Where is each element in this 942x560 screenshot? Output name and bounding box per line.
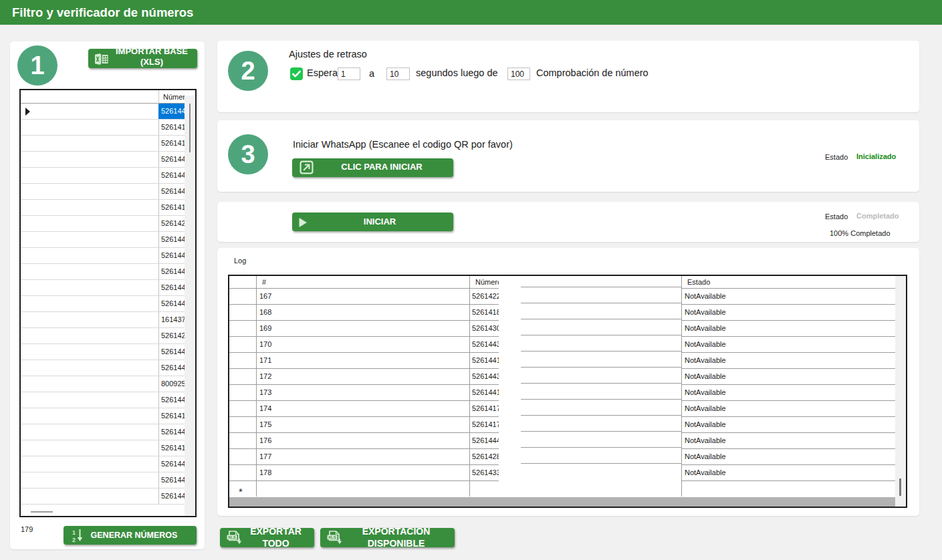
numbers-grid-row[interactable]: 526144: [21, 232, 185, 248]
export-available-button[interactable]: XLS EXPORTACIÓN DISPONIBLE: [320, 528, 455, 547]
numbers-grid-cell[interactable]: 526144: [158, 232, 185, 247]
wait-checkbox[interactable]: [290, 67, 303, 80]
log-vscrollbar-thumb[interactable]: [899, 478, 901, 496]
numbers-grid-vscrollbar-thumb[interactable]: [189, 104, 191, 152]
import-base-label: IMPORTAR BASE (XLS): [106, 46, 197, 67]
export-all-button[interactable]: XLS EXPORTAR TODO: [220, 528, 314, 547]
numbers-grid-row[interactable]: 526144: [21, 344, 185, 360]
numbers-grid-cell[interactable]: 526144: [158, 184, 185, 199]
clic-para-iniciar-button[interactable]: CLIC PARA INICIAR: [292, 158, 453, 177]
delay-from-input[interactable]: [338, 67, 360, 80]
redaction-line: [521, 287, 681, 287]
numbers-grid-row[interactable]: 526144: [21, 472, 185, 488]
log-cell-status: NotAvailable: [681, 465, 895, 481]
check-icon: [290, 67, 303, 80]
step2-number: 2: [241, 57, 255, 86]
numbers-grid-row[interactable]: 526144: [21, 184, 185, 200]
check-count-input[interactable]: [507, 67, 530, 80]
numbers-grid-row[interactable]: 526141: [21, 200, 185, 216]
import-base-button[interactable]: IMPORTAR BASE (XLS): [88, 49, 197, 68]
delay-settings-heading: Ajustes de retraso: [289, 49, 367, 59]
numbers-grid-row[interactable]: 526144: [21, 392, 185, 408]
numbers-grid-row[interactable]: 526141: [21, 440, 185, 456]
status4-label: Estado: [825, 213, 848, 221]
redaction-line: [521, 367, 681, 368]
numbers-grid-cell[interactable]: 526144: [158, 424, 185, 440]
log-cell-index: 170: [256, 337, 469, 353]
numbers-grid-cell[interactable]: 526141: [158, 408, 185, 424]
numbers-grid-cell[interactable]: 526144: [158, 472, 185, 488]
window-title: Filtro y verificador de números: [12, 5, 193, 20]
generate-numbers-button[interactable]: 12 GENERAR NÚMEROS: [64, 526, 197, 545]
numbers-grid-cell[interactable]: 526141: [158, 440, 185, 456]
numbers-grid-row[interactable]: 526142: [21, 328, 185, 344]
log-cell-index: 175: [256, 417, 469, 433]
numbers-grid-hscrollbar[interactable]: [21, 505, 185, 516]
log-cell-index: 171: [256, 353, 469, 369]
numbers-grid-row[interactable]: 526144: [21, 296, 185, 312]
log-table[interactable]: # Número Estado 1675261422NotAvailable16…: [228, 275, 907, 508]
numbers-grid-cell[interactable]: 526144: [158, 360, 185, 376]
numbers-grid-row[interactable]: 526142: [21, 216, 185, 232]
numbers-grid-cell[interactable]: 526144: [158, 392, 185, 408]
row-count-label: 179: [21, 525, 33, 533]
numbers-grid-cell[interactable]: 526144: [158, 456, 185, 472]
log-vscrollbar[interactable]: [895, 276, 906, 507]
numbers-grid-row[interactable]: 526141: [21, 408, 185, 424]
log-cell-status: NotAvailable: [681, 401, 895, 417]
numbers-grid-rowheader: [21, 184, 159, 199]
numbers-grid-vscrollbar[interactable]: [185, 96, 195, 517]
numbers-grid-row[interactable]: 526144: [21, 488, 185, 505]
numbers-grid-row[interactable]: 800925: [21, 376, 185, 392]
numbers-grid-row[interactable]: 526144: [21, 456, 185, 472]
step2-badge: 2: [228, 51, 268, 91]
numbers-grid-cell[interactable]: 526144: [158, 248, 185, 263]
numbers-grid-row[interactable]: 526144: [21, 248, 185, 264]
iniciar-label: INICIAR: [306, 217, 453, 227]
numbers-grid-row[interactable]: 526144: [21, 104, 185, 120]
numbers-grid-cell[interactable]: 526144: [158, 264, 185, 279]
numbers-grid-row[interactable]: 526141: [21, 120, 185, 136]
log-cell-status: NotAvailable: [681, 289, 895, 305]
log-cell-index: 168: [256, 305, 469, 321]
numbers-grid-cell[interactable]: 526144: [158, 104, 185, 119]
numbers-grid-cell[interactable]: 526144: [158, 280, 185, 295]
numbers-grid-row[interactable]: 526144: [21, 264, 185, 280]
start-instruction: Iniciar WhatsApp (Escanee el codigo QR p…: [293, 139, 513, 150]
log-cell-status: NotAvailable: [681, 417, 895, 433]
numbers-grid[interactable]: Número 526144526141526141526144526144526…: [19, 89, 197, 517]
numbers-grid-rowheader: [21, 440, 159, 456]
log-hscrollbar[interactable]: [229, 497, 895, 507]
numbers-grid-cell[interactable]: 526142: [158, 328, 185, 343]
numbers-grid-hscrollbar-thumb[interactable]: [31, 511, 53, 513]
log-rowheader: [229, 369, 256, 385]
numbers-grid-row[interactable]: 526144: [21, 360, 185, 376]
log-rowheader: [229, 353, 256, 369]
panel-log: Log # Número Estado 1675261422NotAvailab…: [217, 248, 919, 516]
numbers-grid-cell[interactable]: 526144: [158, 344, 185, 360]
numbers-grid-cell[interactable]: 800925: [158, 376, 185, 392]
numbers-grid-cell[interactable]: 526141: [158, 136, 185, 151]
numbers-grid-cell[interactable]: 526144: [158, 168, 185, 183]
panel-step1: 1 IMPORTAR BASE (XLS) Número 52614452614…: [10, 41, 205, 549]
log-new-row[interactable]: *: [229, 481, 895, 497]
numbers-grid-cell[interactable]: 526142: [158, 216, 185, 231]
step1-number: 1: [30, 51, 44, 80]
numbers-grid-cell[interactable]: 526141: [158, 200, 185, 215]
numbers-grid-row[interactable]: 526144: [21, 152, 185, 168]
numbers-grid-cell[interactable]: 526144: [158, 296, 185, 311]
numbers-grid-rowheader: [21, 360, 159, 376]
delay-to-input[interactable]: [386, 67, 410, 80]
numbers-grid-cell[interactable]: 161437: [158, 312, 185, 327]
numbers-grid-row[interactable]: 161437: [21, 312, 185, 328]
numbers-grid-row[interactable]: 526141: [21, 136, 185, 152]
numbers-grid-row[interactable]: 526144: [21, 168, 185, 184]
numbers-grid-cell[interactable]: 526141: [158, 120, 185, 135]
seconds-label: segundos luego de: [416, 67, 498, 78]
numbers-grid-cell[interactable]: 526144: [158, 488, 185, 504]
numbers-grid-row[interactable]: 526144: [21, 424, 185, 440]
numbers-grid-cell[interactable]: 526144: [158, 152, 185, 167]
iniciar-button[interactable]: INICIAR: [292, 213, 453, 231]
numbers-grid-row[interactable]: 526144: [21, 280, 185, 296]
numbers-grid-rowheader: [21, 136, 159, 151]
